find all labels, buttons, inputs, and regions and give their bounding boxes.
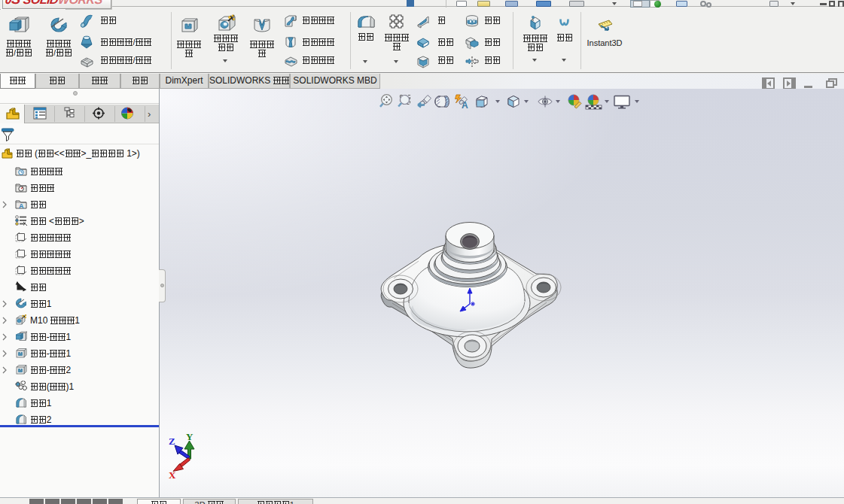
svg-text:X: X bbox=[169, 469, 176, 480]
svg-text:Y: Y bbox=[186, 432, 193, 442]
svg-text:A: A bbox=[462, 100, 468, 109]
svg-text:A: A bbox=[19, 202, 24, 210]
svg-text:Z: Z bbox=[169, 436, 175, 447]
